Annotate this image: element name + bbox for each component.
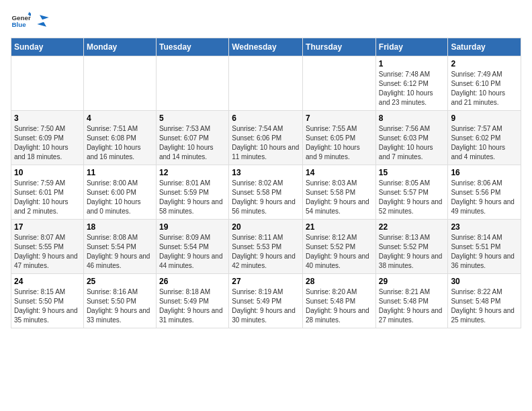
day-cell: 24Sunrise: 8:15 AM Sunset: 5:50 PM Dayli… (11, 274, 84, 328)
day-info: Sunrise: 8:15 AM Sunset: 5:50 PM Dayligh… (14, 287, 81, 325)
day-info: Sunrise: 8:22 AM Sunset: 5:48 PM Dayligh… (451, 287, 518, 325)
day-cell (303, 56, 376, 111)
day-number: 8 (379, 113, 445, 123)
day-cell: 6Sunrise: 7:54 AM Sunset: 6:06 PM Daylig… (229, 111, 303, 165)
day-info: Sunrise: 7:59 AM Sunset: 6:01 PM Dayligh… (14, 179, 81, 216)
day-number: 28 (306, 277, 373, 286)
day-cell: 15Sunrise: 8:05 AM Sunset: 5:57 PM Dayli… (375, 165, 448, 220)
day-cell (156, 56, 228, 111)
day-info: Sunrise: 8:19 AM Sunset: 5:49 PM Dayligh… (232, 287, 300, 325)
day-info: Sunrise: 7:49 AM Sunset: 6:10 PM Dayligh… (451, 70, 518, 107)
week-row-2: 3Sunrise: 7:50 AM Sunset: 6:09 PM Daylig… (11, 111, 521, 165)
day-cell: 16Sunrise: 8:06 AM Sunset: 5:56 PM Dayli… (448, 165, 521, 220)
day-info: Sunrise: 8:02 AM Sunset: 5:58 PM Dayligh… (232, 179, 300, 216)
day-info: Sunrise: 8:01 AM Sunset: 5:59 PM Dayligh… (159, 179, 226, 216)
day-number: 11 (87, 168, 153, 177)
day-number: 16 (451, 168, 518, 177)
day-cell: 4Sunrise: 7:51 AM Sunset: 6:08 PM Daylig… (83, 111, 156, 165)
day-number: 13 (232, 168, 300, 177)
day-cell: 2Sunrise: 7:49 AM Sunset: 6:10 PM Daylig… (448, 56, 521, 111)
day-info: Sunrise: 8:00 AM Sunset: 6:00 PM Dayligh… (87, 179, 153, 216)
day-info: Sunrise: 7:48 AM Sunset: 6:12 PM Dayligh… (379, 70, 445, 107)
logo-icon: General Blue (11, 11, 31, 31)
week-row-5: 24Sunrise: 8:15 AM Sunset: 5:50 PM Dayli… (11, 274, 521, 328)
day-cell: 9Sunrise: 7:57 AM Sunset: 6:02 PM Daylig… (448, 111, 521, 165)
day-number: 10 (14, 168, 81, 177)
day-info: Sunrise: 7:56 AM Sunset: 6:03 PM Dayligh… (379, 124, 445, 162)
header-friday: Friday (375, 38, 448, 56)
day-cell: 20Sunrise: 8:11 AM Sunset: 5:53 PM Dayli… (229, 220, 303, 274)
day-info: Sunrise: 8:09 AM Sunset: 5:54 PM Dayligh… (159, 233, 226, 271)
day-number: 17 (14, 222, 81, 232)
day-number: 29 (379, 277, 445, 286)
day-number: 30 (451, 277, 518, 286)
logo: General Blue (11, 11, 50, 31)
day-cell: 23Sunrise: 8:14 AM Sunset: 5:51 PM Dayli… (448, 220, 521, 274)
day-number: 12 (159, 168, 226, 177)
day-cell: 11Sunrise: 8:00 AM Sunset: 6:00 PM Dayli… (83, 165, 156, 220)
day-info: Sunrise: 8:08 AM Sunset: 5:54 PM Dayligh… (87, 233, 153, 271)
day-info: Sunrise: 7:54 AM Sunset: 6:06 PM Dayligh… (232, 124, 300, 162)
day-cell: 18Sunrise: 8:08 AM Sunset: 5:54 PM Dayli… (83, 220, 156, 274)
day-number: 7 (306, 113, 373, 123)
day-cell: 1Sunrise: 7:48 AM Sunset: 6:12 PM Daylig… (375, 56, 448, 111)
day-number: 23 (451, 222, 518, 232)
day-cell: 21Sunrise: 8:12 AM Sunset: 5:52 PM Dayli… (303, 220, 376, 274)
day-info: Sunrise: 8:03 AM Sunset: 5:58 PM Dayligh… (306, 179, 373, 216)
day-cell: 22Sunrise: 8:13 AM Sunset: 5:52 PM Dayli… (375, 220, 448, 274)
day-number: 15 (379, 168, 445, 177)
day-cell: 19Sunrise: 8:09 AM Sunset: 5:54 PM Dayli… (156, 220, 228, 274)
day-cell: 28Sunrise: 8:20 AM Sunset: 5:48 PM Dayli… (303, 274, 376, 328)
day-cell: 5Sunrise: 7:53 AM Sunset: 6:07 PM Daylig… (156, 111, 228, 165)
day-info: Sunrise: 8:14 AM Sunset: 5:51 PM Dayligh… (451, 233, 518, 271)
day-cell (11, 56, 84, 111)
day-cell: 27Sunrise: 8:19 AM Sunset: 5:49 PM Dayli… (229, 274, 303, 328)
calendar-table: SundayMondayTuesdayWednesdayThursdayFrid… (11, 38, 521, 328)
day-info: Sunrise: 7:50 AM Sunset: 6:09 PM Dayligh… (14, 124, 81, 162)
header-sunday: Sunday (11, 38, 84, 56)
day-cell: 10Sunrise: 7:59 AM Sunset: 6:01 PM Dayli… (11, 165, 84, 220)
day-info: Sunrise: 8:05 AM Sunset: 5:57 PM Dayligh… (379, 179, 445, 216)
day-info: Sunrise: 8:13 AM Sunset: 5:52 PM Dayligh… (379, 233, 445, 271)
day-info: Sunrise: 8:06 AM Sunset: 5:56 PM Dayligh… (451, 179, 518, 216)
header-thursday: Thursday (303, 38, 376, 56)
day-number: 20 (232, 222, 300, 232)
day-info: Sunrise: 8:07 AM Sunset: 5:55 PM Dayligh… (14, 233, 81, 271)
day-cell: 17Sunrise: 8:07 AM Sunset: 5:55 PM Dayli… (11, 220, 84, 274)
day-info: Sunrise: 8:12 AM Sunset: 5:52 PM Dayligh… (306, 233, 373, 271)
day-number: 9 (451, 113, 518, 123)
logo-arrow-icon (36, 14, 50, 28)
header-wednesday: Wednesday (229, 38, 303, 56)
day-info: Sunrise: 8:20 AM Sunset: 5:48 PM Dayligh… (306, 287, 373, 325)
day-cell: 3Sunrise: 7:50 AM Sunset: 6:09 PM Daylig… (11, 111, 84, 165)
day-number: 5 (159, 113, 226, 123)
day-cell (229, 56, 303, 111)
day-number: 3 (14, 113, 81, 123)
day-info: Sunrise: 7:51 AM Sunset: 6:08 PM Dayligh… (87, 124, 153, 162)
page-header: General Blue (11, 11, 521, 31)
day-info: Sunrise: 8:18 AM Sunset: 5:49 PM Dayligh… (159, 287, 226, 325)
day-cell: 7Sunrise: 7:55 AM Sunset: 6:05 PM Daylig… (303, 111, 376, 165)
day-number: 19 (159, 222, 226, 232)
day-number: 1 (379, 59, 445, 68)
day-info: Sunrise: 7:53 AM Sunset: 6:07 PM Dayligh… (159, 124, 226, 162)
header-tuesday: Tuesday (156, 38, 228, 56)
svg-marker-4 (36, 14, 50, 28)
week-row-3: 10Sunrise: 7:59 AM Sunset: 6:01 PM Dayli… (11, 165, 521, 220)
day-cell: 13Sunrise: 8:02 AM Sunset: 5:58 PM Dayli… (229, 165, 303, 220)
day-number: 6 (232, 113, 300, 123)
header-row: SundayMondayTuesdayWednesdayThursdayFrid… (11, 38, 521, 56)
day-cell: 29Sunrise: 8:21 AM Sunset: 5:48 PM Dayli… (375, 274, 448, 328)
day-number: 21 (306, 222, 373, 232)
day-number: 27 (232, 277, 300, 286)
week-row-1: 1Sunrise: 7:48 AM Sunset: 6:12 PM Daylig… (11, 56, 521, 111)
day-number: 14 (306, 168, 373, 177)
day-cell: 30Sunrise: 8:22 AM Sunset: 5:48 PM Dayli… (448, 274, 521, 328)
day-number: 4 (87, 113, 153, 123)
day-info: Sunrise: 7:55 AM Sunset: 6:05 PM Dayligh… (306, 124, 373, 162)
svg-text:General: General (12, 14, 32, 21)
day-cell (83, 56, 156, 111)
header-saturday: Saturday (448, 38, 521, 56)
day-number: 22 (379, 222, 445, 232)
day-number: 24 (14, 277, 81, 286)
